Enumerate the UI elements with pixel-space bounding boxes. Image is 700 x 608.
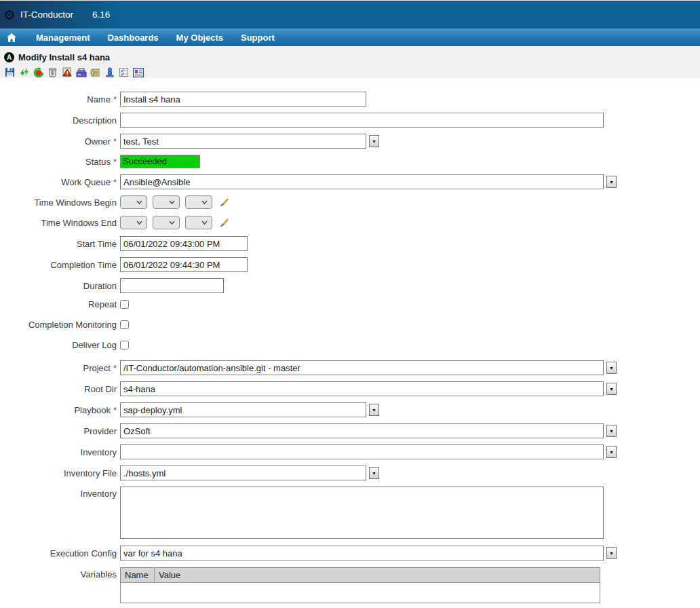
start-time-input[interactable] (120, 236, 248, 251)
time-windows-end-select-1[interactable] (120, 216, 147, 229)
variables-label: Variables (0, 567, 120, 580)
completion-monitoring-checkbox[interactable] (120, 320, 129, 329)
duration-label: Duration (0, 281, 120, 291)
delete-icon[interactable] (47, 67, 58, 78)
work-queue-label: Work Queue* (0, 177, 120, 187)
log-scroll-icon[interactable] (90, 67, 101, 78)
required-marker: * (113, 405, 117, 415)
time-windows-begin-select-3[interactable] (185, 195, 212, 209)
field-row-project: Project* ▼ (0, 360, 700, 375)
field-row-completion-time: Completion Time (0, 257, 700, 272)
required-marker: * (113, 94, 117, 104)
field-row-deliver-log: Deliver Log (0, 340, 700, 350)
start-time-label: Start Time (0, 239, 120, 249)
variables-column-value[interactable]: Value (155, 568, 600, 583)
field-row-time-windows-begin: Time Windows Begin (0, 195, 700, 209)
playbook-dropdown-button[interactable]: ▼ (369, 404, 379, 416)
provider-label: Provider (0, 426, 120, 436)
page-header: A Modify Install s4 hana (0, 46, 700, 78)
execution-config-dropdown-button[interactable]: ▼ (606, 547, 617, 559)
variables-empty-row[interactable] (121, 583, 600, 603)
required-marker: * (113, 157, 117, 167)
execution-config-input[interactable] (120, 546, 604, 560)
execution-config-label: Execution Config (0, 548, 120, 558)
field-row-root-dir: Root Dir ▼ (0, 381, 700, 396)
field-row-inventory-text: Inventory (0, 487, 700, 539)
completion-time-input[interactable] (120, 257, 248, 272)
required-marker: * (113, 136, 117, 147)
field-row-start-time: Start Time (0, 236, 700, 251)
owner-dropdown-button[interactable]: ▼ (369, 135, 379, 147)
completion-monitoring-label: Completion Monitoring (0, 320, 120, 330)
checklist-icon[interactable] (118, 67, 130, 78)
duration-input[interactable] (120, 278, 224, 293)
deliver-log-checkbox[interactable] (120, 341, 129, 349)
playbook-label: Playbook* (0, 405, 120, 415)
field-row-status: Status* Succeeded (0, 155, 700, 168)
provider-input[interactable] (120, 423, 604, 438)
root-dir-input[interactable] (120, 381, 604, 396)
required-marker: * (113, 177, 117, 187)
playbook-input[interactable] (120, 402, 366, 417)
agent-icon[interactable] (104, 67, 115, 78)
owner-label: Owner* (0, 136, 120, 147)
field-row-owner: Owner* ▼ (0, 134, 700, 149)
name-label: Name* (0, 94, 120, 104)
nav-item-management[interactable]: Management (27, 33, 98, 43)
description-label: Description (0, 115, 120, 126)
project-label: Project* (0, 363, 120, 373)
time-windows-end-select-3[interactable] (185, 216, 212, 229)
inventory-file-dropdown-button[interactable]: ▼ (369, 467, 379, 479)
inventory-textarea-label: Inventory (0, 487, 120, 499)
inventory-input[interactable] (120, 444, 604, 459)
field-row-duration: Duration (0, 278, 700, 293)
field-row-work-queue: Work Queue* ▼ (0, 174, 700, 189)
app-header: ⚙ IT-Conductor 6.16 (0, 0, 700, 28)
sync-icon[interactable] (18, 67, 30, 78)
nav-item-support[interactable]: Support (232, 33, 284, 43)
root-dir-dropdown-button[interactable]: ▼ (606, 383, 617, 395)
details-card-icon[interactable] (132, 67, 144, 78)
time-windows-begin-select-2[interactable] (153, 195, 180, 209)
clear-time-windows-end-icon[interactable] (219, 218, 229, 227)
app-title: IT-Conductor (20, 10, 73, 20)
inventory-label: Inventory (0, 447, 120, 457)
alerts-icon[interactable] (61, 67, 73, 78)
nav-item-my-objects[interactable]: My Objects (168, 33, 232, 43)
work-queue-input[interactable] (120, 174, 604, 189)
time-windows-end-select-2[interactable] (153, 216, 180, 229)
save-icon[interactable] (4, 67, 16, 78)
project-input[interactable] (120, 360, 604, 375)
required-marker: * (113, 363, 117, 373)
status-label: Status* (0, 157, 120, 167)
variables-table: Name Value (120, 567, 600, 603)
home-icon[interactable] (7, 33, 16, 42)
main-nav: Management Dashboards My Objects Support (0, 28, 700, 46)
inventory-textarea[interactable] (120, 487, 604, 539)
repeat-checkbox[interactable] (120, 300, 129, 309)
inventory-dropdown-button[interactable]: ▼ (606, 446, 617, 458)
deliver-log-label: Deliver Log (0, 340, 120, 350)
field-row-execution-config: Execution Config ▼ (0, 546, 700, 560)
time-windows-begin-select-1[interactable] (120, 195, 147, 209)
completion-time-label: Completion Time (0, 260, 120, 270)
ansible-task-icon: A (4, 52, 14, 62)
it-conductor-logo-icon: ⚙ (3, 10, 16, 20)
description-input[interactable] (120, 113, 604, 128)
owner-input[interactable] (120, 134, 366, 149)
time-windows-begin-label: Time Windows Begin (0, 197, 120, 208)
task-form: Name* Description Owner* ▼ Status* Succe… (0, 78, 700, 603)
nav-item-dashboards[interactable]: Dashboards (98, 33, 167, 43)
provider-dropdown-button[interactable]: ▼ (606, 425, 617, 437)
clear-time-windows-begin-icon[interactable] (219, 197, 229, 207)
field-row-time-windows-end: Time Windows End (0, 216, 700, 229)
name-input[interactable] (120, 92, 366, 107)
printer-icon[interactable] (75, 67, 87, 78)
field-row-inventory: Inventory ▼ (0, 444, 700, 459)
variables-column-name[interactable]: Name (121, 568, 155, 583)
inventory-file-input[interactable] (120, 466, 366, 480)
work-queue-dropdown-button[interactable]: ▼ (606, 176, 617, 188)
field-row-completion-monitoring: Completion Monitoring (0, 320, 700, 330)
refresh-icon[interactable] (33, 67, 44, 78)
project-dropdown-button[interactable]: ▼ (606, 362, 617, 374)
